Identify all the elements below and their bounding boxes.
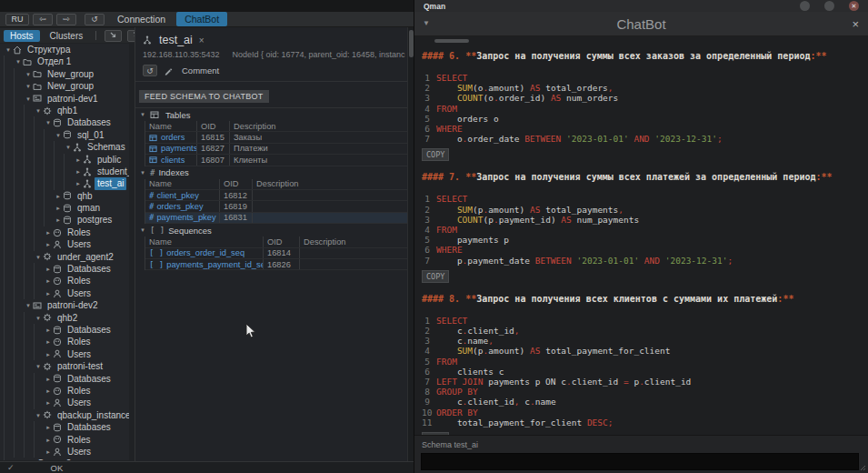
tree-item[interactable]: ▾under_agent2 [0, 251, 129, 263]
tree-expand-arrow[interactable]: ▸ [74, 177, 83, 189]
tree-item[interactable]: ▸test_ai [0, 177, 129, 189]
collapse-all-button[interactable] [105, 30, 122, 42]
name-cell[interactable]: clients [145, 155, 197, 165]
tree-item[interactable]: ▸Users [0, 348, 129, 360]
tree-expand-arrow[interactable]: ▸ [74, 166, 83, 177]
tree-expand-arrow[interactable]: ▸ [44, 373, 53, 385]
close-chatbot-icon[interactable]: × [852, 17, 859, 31]
table-row[interactable]: #client_pkey16812 [145, 190, 407, 201]
table-row[interactable]: clients16807Клиенты [145, 155, 407, 166]
name-cell[interactable]: #payments_pkey [145, 213, 220, 223]
name-cell[interactable]: orders [145, 132, 197, 142]
tree-expand-arrow[interactable]: ▸ [44, 324, 53, 336]
tree-expand-arrow[interactable]: ▾ [24, 299, 33, 311]
tree-expand-arrow[interactable]: ▾ [34, 360, 43, 372]
back-button[interactable]: ⇦ [33, 14, 53, 25]
tree-item[interactable]: ▸Databases [0, 373, 129, 385]
name-cell[interactable]: #orders_pkey [145, 201, 220, 211]
tree-expand-arrow[interactable]: ▾ [34, 312, 43, 324]
tree-expand-arrow[interactable]: ▸ [54, 202, 63, 214]
tab-hosts[interactable]: Hosts [4, 30, 40, 42]
tree-expand-arrow[interactable]: ▾ [44, 116, 53, 128]
table-row[interactable]: payments16827Платежи [145, 144, 407, 155]
tree-item[interactable]: ▸Roles [0, 226, 129, 238]
connection-tab[interactable]: Connection [117, 14, 165, 25]
tree-expand-arrow[interactable]: ▸ [44, 275, 53, 287]
tree-item[interactable]: ▸Databases [0, 324, 129, 336]
comment-button[interactable]: Comment [182, 65, 219, 75]
tree-item[interactable]: ▸Users [0, 287, 129, 299]
tree-expand-arrow[interactable]: ▾ [24, 80, 33, 92]
feed-schema-button[interactable]: FEED SCHEMA TO CHATBOT [139, 90, 269, 103]
section-header[interactable]: ▾#Indexes [135, 166, 407, 179]
tree-item[interactable]: ▾patroni-dev2 [0, 299, 129, 311]
tree-expand-arrow[interactable]: ▸ [54, 214, 63, 226]
tree-item[interactable]: ▾patroni-test [0, 360, 129, 372]
section-expand-arrow[interactable]: ▾ [139, 224, 146, 236]
tree-expand-arrow[interactable]: ▸ [74, 154, 83, 166]
tree-expand-arrow[interactable]: ▾ [34, 409, 43, 421]
chat-input[interactable] [421, 453, 859, 470]
name-cell[interactable]: [ ]payments_payment_id_seq [145, 259, 264, 269]
tree-expand-arrow[interactable]: ▸ [44, 385, 53, 397]
tree-expand-arrow[interactable]: ▸ [44, 238, 53, 250]
tree-expand-arrow[interactable]: ▸ [44, 348, 53, 360]
tree-expand-arrow[interactable]: ▾ [54, 129, 63, 141]
tree-expand-arrow[interactable]: ▸ [44, 226, 53, 238]
tree-item[interactable]: ▸Users [0, 446, 129, 458]
refresh-button[interactable]: ↺ [85, 14, 105, 25]
section-expand-arrow[interactable]: ▾ [139, 166, 146, 178]
tree-item[interactable]: ▸qman [0, 202, 129, 214]
chat-scroll-thumb[interactable] [434, 39, 469, 43]
tree-item[interactable]: ▸Roles [0, 336, 129, 347]
chat-messages[interactable]: #### 6. **Запрос на получения суммы всех… [414, 36, 868, 435]
tree-item[interactable]: ▸Roles [0, 385, 129, 397]
section-header[interactable]: ▾[ ]Sequences [135, 224, 407, 236]
tree-expand-arrow[interactable]: ▸ [44, 434, 53, 446]
schema-scrollbar[interactable] [407, 27, 414, 461]
minimize-button[interactable] [800, 1, 810, 11]
tree-expand-arrow[interactable]: ▾ [14, 55, 23, 67]
tree-expand-arrow[interactable]: ▾ [24, 93, 33, 105]
tree-expand-arrow[interactable]: ▸ [44, 287, 53, 299]
tree-expand-arrow[interactable]: ▾ [64, 141, 73, 153]
tree-expand-arrow[interactable]: ▸ [54, 190, 63, 202]
tree-expand-arrow[interactable]: ▾ [24, 68, 33, 80]
chatbot-tab[interactable]: ChatBot [176, 12, 227, 26]
tree-item[interactable]: ▾Schemas [0, 141, 129, 153]
forward-button[interactable]: ⇨ [56, 14, 76, 25]
tree-expand-arrow[interactable]: ▸ [44, 397, 53, 408]
close-tab-icon[interactable]: × [199, 35, 205, 45]
copy-button[interactable]: COPY [422, 148, 449, 161]
tree-expand-arrow[interactable]: ▸ [44, 446, 53, 458]
tree-expand-arrow[interactable]: ▸ [44, 263, 53, 275]
tree-item[interactable]: ▸postgres [0, 214, 129, 226]
tree-expand-arrow[interactable]: ▸ [44, 421, 53, 433]
tree-item[interactable]: ▾Отдел 1 [0, 55, 129, 67]
table-row[interactable]: [ ]payments_payment_id_seq16826 [145, 259, 407, 270]
close-window-button[interactable]: ✕ [849, 1, 859, 11]
language-button[interactable]: RU [5, 14, 29, 25]
schema-tab[interactable]: test_ai × [135, 27, 407, 48]
tree-expand-arrow[interactable]: ▾ [4, 44, 13, 55]
tree-item[interactable]: ▸Отдел 2 [0, 458, 129, 460]
tree-item[interactable]: ▸Roles [0, 275, 129, 287]
tree-expand-arrow[interactable]: ▸ [44, 336, 53, 347]
tree-item[interactable]: ▸qhb [0, 190, 129, 202]
table-row[interactable]: #orders_pkey16819 [145, 201, 407, 212]
name-cell[interactable]: [ ]orders_order_id_seq [145, 248, 264, 258]
table-row[interactable]: #payments_pkey16831 [145, 213, 407, 224]
tree-item[interactable]: ▸Databases [0, 421, 129, 433]
tree-item[interactable]: ▾New_group [0, 80, 129, 92]
tree-item[interactable]: ▾qhb2 [0, 312, 129, 324]
tree-item[interactable]: ▾patroni-dev1 [0, 93, 129, 105]
tab-clusters[interactable]: Clusters [45, 30, 88, 42]
tree-expand-arrow[interactable]: ▾ [34, 105, 43, 116]
tree-item[interactable]: ▸Users [0, 238, 129, 250]
tree-item[interactable]: ▾New_group [0, 68, 129, 80]
name-cell[interactable]: #client_pkey [145, 190, 220, 200]
tree-item[interactable]: ▸Databases [0, 263, 129, 275]
table-row[interactable]: orders16815Заказы [145, 132, 407, 143]
tree-item[interactable]: ▸Roles [0, 434, 129, 446]
tree-expand-arrow[interactable]: ▸ [14, 458, 23, 460]
